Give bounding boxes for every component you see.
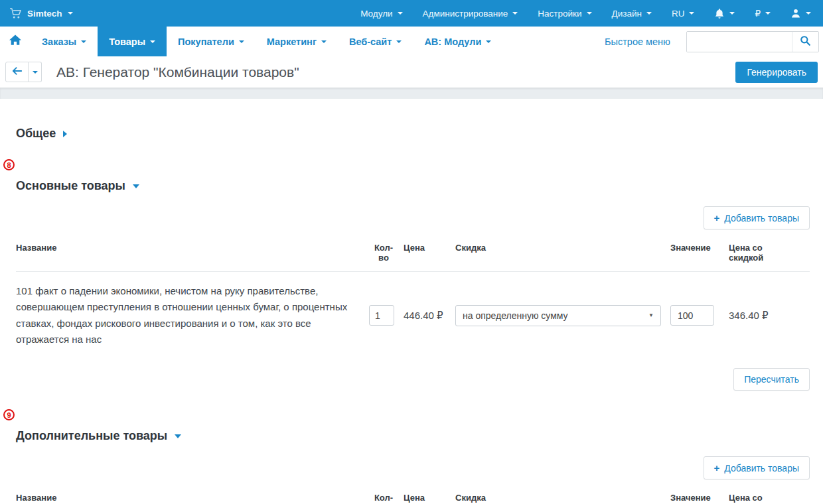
chevron-down-icon (765, 12, 771, 15)
product-name: 101 факт о падении экономики, нечистом н… (16, 272, 369, 359)
topbar-menu-administration[interactable]: Администрирование (423, 9, 518, 19)
chevron-down-icon (175, 434, 181, 438)
topbar-menu-modules[interactable]: Модули (360, 9, 402, 19)
chevron-down-icon (398, 12, 403, 15)
add-products-button[interactable]: + Добавить товары (704, 206, 810, 229)
plus-icon: + (714, 462, 720, 473)
nav-customers[interactable]: Покупатели (167, 27, 256, 56)
section-general-title: Общее (16, 127, 56, 141)
chevron-down-icon (646, 12, 652, 15)
chevron-down-icon (587, 12, 592, 15)
nav-website[interactable]: Веб-сайт (338, 27, 413, 56)
collapsed-panel-strip (0, 88, 823, 99)
topbar-menu-settings[interactable]: Настройки (538, 9, 591, 19)
chevron-down-icon (396, 40, 402, 43)
chevron-down-icon (512, 12, 518, 15)
home-button[interactable] (0, 27, 31, 56)
section-title: Дополнительные товары (16, 429, 167, 443)
search-box (686, 31, 819, 52)
chevron-down-icon (81, 40, 86, 43)
col-name: Название (16, 483, 369, 504)
brand-menu[interactable]: Simtech (9, 8, 73, 19)
col-discounted-price: Цена со скидкой (729, 233, 810, 272)
topbar: Simtech Модули Администрирование Настрой… (0, 0, 823, 27)
chevron-down-icon (806, 12, 811, 15)
chevron-down-icon (68, 12, 73, 15)
language-selector[interactable]: RU (672, 9, 695, 19)
recalculate-button[interactable]: Пересчитать (733, 368, 810, 391)
section-additional-products: 9 Дополнительные товары + Добавить товар… (16, 429, 810, 504)
main-content: Общее 8 Основные товары + Добавить товар… (0, 127, 823, 504)
discounted-price: 346.40 ₽ (729, 272, 810, 359)
chevron-down-icon (133, 184, 139, 188)
chevron-down-icon: ▼ (648, 312, 654, 318)
col-discount: Скидка (455, 483, 670, 504)
section-main-products: 8 Основные товары + Добавить товары Назв… (16, 179, 810, 391)
col-discounted-price: Цена со скидкой (729, 483, 810, 504)
nav-ab-modules[interactable]: АВ: Модули (413, 27, 502, 56)
back-arrow-icon (12, 66, 23, 78)
chevron-down-icon (486, 40, 491, 43)
col-price: Цена (404, 483, 455, 504)
chevron-right-icon (63, 131, 67, 137)
chevron-down-icon (150, 40, 155, 43)
nav-products[interactable]: Товары (98, 27, 167, 56)
brand-label: Simtech (27, 9, 62, 19)
section-title: Основные товары (16, 179, 125, 193)
page-title: АВ: Генератор "Комбинации товаров" (56, 64, 299, 80)
nav-marketing[interactable]: Маркетинг (256, 27, 338, 56)
section-additional-products-toggle[interactable]: Дополнительные товары (16, 429, 810, 443)
quick-menu-link[interactable]: Быстрое меню (605, 36, 670, 47)
table-header-row: Название Кол-во Цена Скидка Значение Цен… (16, 233, 810, 272)
notifications-menu[interactable] (714, 8, 735, 19)
add-products-button[interactable]: + Добавить товары (704, 456, 810, 479)
search-button[interactable] (792, 32, 818, 52)
user-menu[interactable] (790, 8, 811, 19)
col-name: Название (16, 233, 369, 272)
section-general-toggle[interactable]: Общее (16, 127, 810, 141)
chevron-down-icon (33, 71, 38, 74)
col-price: Цена (404, 233, 455, 272)
annotation-badge: 9 (3, 409, 15, 420)
user-icon (790, 8, 801, 19)
col-value: Значение (670, 483, 729, 504)
col-discount: Скидка (455, 233, 670, 272)
bell-icon (714, 8, 725, 19)
table-header-row: Название Кол-во Цена Скидка Значение Цен… (16, 483, 810, 504)
currency-selector[interactable]: ₽ (755, 8, 771, 19)
annotation-badge: 8 (3, 159, 15, 170)
discount-type-select[interactable]: на определенную сумму ▼ (455, 305, 661, 326)
section-main-products-toggle[interactable]: Основные товары (16, 179, 810, 193)
products-table: Название Кол-во Цена Скидка Значение Цен… (16, 233, 810, 359)
main-nav: Заказы Товары Покупатели Маркетинг Веб-с… (0, 27, 823, 56)
ruble-icon: ₽ (755, 8, 761, 19)
home-icon (9, 34, 21, 48)
back-button[interactable] (5, 62, 29, 82)
quantity-input[interactable] (369, 305, 394, 326)
chevron-down-icon (689, 12, 694, 15)
chevron-down-icon (729, 12, 735, 15)
col-qty: Кол-во (369, 483, 404, 504)
search-icon (800, 35, 811, 48)
col-value: Значение (670, 233, 729, 272)
chevron-down-icon (321, 40, 327, 43)
search-input[interactable] (687, 32, 792, 52)
back-history-dropdown[interactable] (29, 62, 42, 82)
discount-value-input[interactable] (670, 305, 714, 326)
product-price: 446.40 ₽ (404, 272, 455, 359)
products-table: Название Кол-во Цена Скидка Значение Цен… (16, 483, 810, 504)
plus-icon: + (714, 212, 720, 223)
col-qty: Кол-во (369, 233, 404, 272)
nav-orders[interactable]: Заказы (31, 27, 98, 56)
chevron-down-icon (239, 40, 244, 43)
generate-button[interactable]: Генерировать (735, 62, 818, 83)
cart-icon (9, 8, 22, 19)
topbar-menu-design[interactable]: Дизайн (612, 9, 652, 19)
selected-discount-type: на определенную сумму (463, 310, 568, 321)
product-row: 101 факт о падении экономики, нечистом н… (16, 272, 810, 359)
page-header: АВ: Генератор "Комбинации товаров" Генер… (0, 56, 823, 88)
